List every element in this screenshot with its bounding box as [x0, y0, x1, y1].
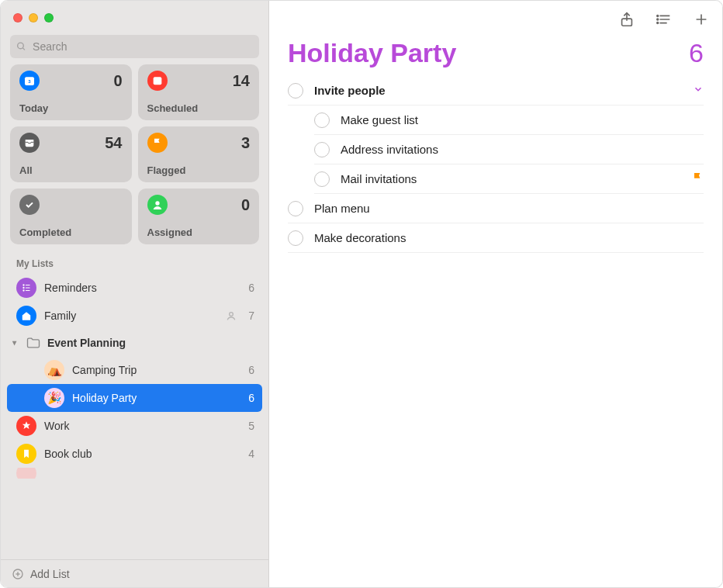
smart-assigned[interactable]: 0 Assigned [138, 189, 260, 244]
svg-point-7 [22, 284, 24, 285]
list-options-icon [656, 11, 673, 28]
svg-point-9 [22, 287, 24, 289]
fullscreen-window-button[interactable] [44, 13, 54, 22]
svg-rect-12 [26, 290, 30, 291]
list-label: Family [44, 310, 76, 322]
reminder-title: Invite people [314, 84, 682, 97]
smart-all-count: 54 [105, 134, 122, 152]
smart-flagged-count: 3 [241, 134, 250, 152]
flag-icon [147, 133, 168, 153]
person-icon [147, 195, 168, 215]
complete-checkbox[interactable] [314, 142, 330, 157]
smart-completed[interactable]: Completed [10, 189, 132, 244]
folder-event-planning[interactable]: ▸ Event Planning [7, 330, 262, 356]
smart-scheduled[interactable]: 14 Scheduled [138, 64, 260, 120]
smart-lists-grid: 3 0 Today 14 Scheduled [1, 64, 268, 244]
add-list-label: Add List [30, 568, 70, 580]
share-button[interactable] [617, 9, 637, 29]
tent-icon: ⛺ [44, 360, 64, 380]
tray-icon [19, 133, 40, 153]
plus-icon [693, 11, 710, 28]
add-list-button[interactable]: Add List [1, 559, 268, 587]
search-icon [16, 41, 26, 52]
reminder-title: Mail invitations [341, 172, 680, 185]
list-count: 7 [248, 310, 254, 322]
my-lists-header: My Lists [1, 244, 268, 274]
calendar-icon [147, 71, 168, 91]
list-label: Holiday Party [72, 392, 137, 404]
list-count: 5 [248, 420, 254, 432]
smart-today[interactable]: 3 0 Today [10, 64, 132, 120]
smart-assigned-count: 0 [241, 196, 250, 214]
shared-icon [225, 310, 237, 322]
list-bullet-icon [16, 278, 36, 298]
complete-checkbox[interactable] [288, 201, 303, 216]
smart-assigned-label: Assigned [147, 227, 251, 238]
disclosure-triangle-icon[interactable]: ▸ [11, 338, 19, 348]
list-label: Work [44, 420, 69, 432]
svg-point-22 [657, 19, 659, 20]
svg-rect-10 [26, 287, 30, 288]
party-icon: 🎉 [44, 388, 64, 408]
svg-rect-5 [153, 77, 161, 85]
svg-line-1 [22, 48, 25, 50]
window-controls [1, 1, 268, 35]
search-input[interactable] [31, 40, 253, 54]
calendar-icon: 3 [19, 71, 40, 91]
lists-container: Reminders 6 Family 7 ▸ Event Planning [1, 274, 268, 559]
plus-circle-icon [12, 568, 24, 580]
complete-checkbox[interactable] [314, 171, 330, 187]
list-count: 6 [248, 282, 254, 294]
svg-point-11 [22, 289, 24, 291]
complete-checkbox[interactable] [288, 230, 303, 246]
sidebar: 3 0 Today 14 Scheduled [1, 1, 269, 587]
star-icon [16, 416, 36, 436]
reminder-subtask[interactable]: Mail invitations [314, 164, 704, 194]
list-reminders[interactable]: Reminders 6 [7, 274, 262, 302]
reminder-title: Plan menu [314, 202, 704, 215]
list-count: 4 [248, 448, 254, 460]
chevron-down-icon[interactable] [693, 84, 704, 97]
smart-scheduled-count: 14 [233, 72, 250, 90]
list-count: 6 [248, 392, 254, 404]
reminders-window: 3 0 Today 14 Scheduled [0, 0, 723, 588]
smart-today-label: Today [19, 102, 123, 114]
search-field[interactable] [10, 35, 259, 58]
close-window-button[interactable] [13, 13, 22, 22]
list-holiday-party[interactable]: 🎉 Holiday Party 6 [7, 384, 262, 412]
reminder-subtask[interactable]: Address invitations [314, 135, 704, 164]
smart-today-count: 0 [113, 72, 122, 90]
toolbar [269, 1, 722, 38]
smart-completed-label: Completed [19, 227, 123, 238]
reminder-title: Address invitations [341, 143, 704, 156]
reminder-item[interactable]: Plan menu [288, 194, 704, 223]
list-count: 6 [248, 364, 254, 376]
minimize-window-button[interactable] [29, 13, 38, 22]
smart-flagged-label: Flagged [147, 164, 251, 176]
list-camping-trip[interactable]: ⛺ Camping Trip 6 [7, 356, 262, 384]
list-family[interactable]: Family 7 [7, 302, 262, 330]
svg-point-6 [155, 201, 159, 205]
add-reminder-button[interactable] [691, 9, 711, 29]
complete-checkbox[interactable] [288, 83, 303, 99]
smart-flagged[interactable]: 3 Flagged [138, 126, 260, 182]
check-icon [19, 195, 40, 215]
svg-point-23 [657, 22, 659, 24]
smart-all[interactable]: 54 All [10, 126, 132, 182]
complete-checkbox[interactable] [314, 112, 330, 128]
list-work[interactable]: Work 5 [7, 412, 262, 440]
folder-icon [24, 334, 43, 352]
list-big-count: 6 [689, 38, 704, 68]
bookmark-icon [16, 444, 36, 464]
view-options-button[interactable] [654, 9, 674, 29]
reminder-subtask[interactable]: Make guest list [314, 105, 704, 135]
list-truncated[interactable] [7, 468, 262, 479]
list-icon [16, 468, 36, 479]
list-book-club[interactable]: Book club 4 [7, 440, 262, 468]
reminder-item[interactable]: Make decorations [288, 223, 704, 253]
reminder-title: Make decorations [314, 231, 704, 244]
svg-rect-8 [26, 285, 30, 285]
svg-point-0 [18, 43, 24, 49]
list-label: Camping Trip [72, 364, 137, 376]
reminder-item[interactable]: Invite people [288, 76, 704, 105]
